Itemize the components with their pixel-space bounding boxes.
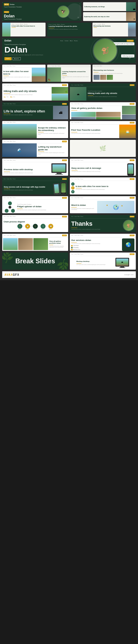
life-short-accent xyxy=(4,114,10,114)
slide-preview-desktop[interactable]: Home · Contact · About · Review Location… xyxy=(2,159,68,176)
slide-thanks[interactable]: Home · Contact · About · Review Location… xyxy=(70,215,136,232)
slide-mockup-desktop[interactable]: Home · Contact · About · Review Location… xyxy=(70,253,136,270)
slide-hiking-1[interactable]: Home · Contact · About · Review Location… xyxy=(2,83,68,101)
slide-dolan-hero[interactable]: Dolan Home Contact About Review Location… xyxy=(2,38,136,63)
find-fav-body: Lorem ipsum dolor sit amet, consectetur … xyxy=(71,133,118,134)
slide-view-gallery[interactable]: Home · Contact · About · Review Location… xyxy=(70,102,136,119)
slide-collecting-mini[interactable]: Collecting moments, not things 🏔 xyxy=(83,2,136,11)
slide-escape[interactable]: Home · Contact · About · Review Escape t… xyxy=(2,121,68,138)
slide-filler-1[interactable]: 🌿 xyxy=(70,140,136,157)
thanks-plane: ✈ xyxy=(131,227,134,230)
word-title: Word in dolan xyxy=(71,204,96,207)
in-love2-btn[interactable]: Location xyxy=(130,178,134,180)
row-1: PPTX Dolan Travel Presentation Template … xyxy=(2,2,136,21)
life-short-btn[interactable]: Location xyxy=(62,103,67,105)
leaving-accent xyxy=(49,28,54,28)
mockup-title: Mockup desktop xyxy=(76,261,106,262)
slide-services[interactable]: Home · Contact · About · Review Location… xyxy=(70,234,136,251)
brand-title-sm: Dolan xyxy=(10,4,15,5)
gallery-grid xyxy=(71,112,121,119)
slide-word-dolan[interactable]: Home · Contact · About · Review Location… xyxy=(70,196,136,213)
easy-access-btn[interactable]: Location xyxy=(130,159,134,161)
gallery-port-btn[interactable]: Location xyxy=(62,235,67,236)
hero-body: Lorem ipsum dolor sit amet, consectetur … xyxy=(4,54,72,56)
slide-wanderlust[interactable]: Home · Contact · About · Review Location… xyxy=(2,140,68,157)
thanks-body: Lorem ipsum dolor sit amet, consectetur … xyxy=(71,229,122,230)
services-accent xyxy=(71,242,77,243)
pptx-badge: PPTX xyxy=(4,3,9,6)
discovering-title: Discovering new horizons xyxy=(94,69,135,71)
hero-image: 🦅 xyxy=(57,6,70,18)
avax-text: AVAX xyxy=(4,273,13,276)
hiking2-body: Lorem ipsum dolor sit amet, consectetur … xyxy=(88,96,134,97)
slide-main-title[interactable]: PPTX Dolan Travel Presentation Template … xyxy=(2,2,81,21)
fidget-body: Lorem ipsum dolor sit amet, consectetur … xyxy=(17,209,67,211)
hiking2-accent xyxy=(88,95,93,96)
services-title: Our services dolan xyxy=(71,239,121,242)
slide-break[interactable]: 🌿 🌿 Break Slides xyxy=(2,253,68,270)
gallery-img-3 xyxy=(33,238,48,250)
slide-in-love[interactable]: Home · Contact · About · Review In love … xyxy=(2,65,46,82)
break-leaf-1: 🌿 xyxy=(2,253,15,265)
slide-exploring-mini[interactable]: Exploring the world, one step at a time … xyxy=(83,12,136,21)
leaving-body2: Lorem ipsum dolor sit amet, consectetur … xyxy=(62,76,89,78)
row-14: 🌿 🌿 Break Slides Home · Contact · About … xyxy=(2,253,136,270)
break-title: Break Slides xyxy=(15,258,55,264)
exploring-label: Exploring the world, one step at a time xyxy=(84,16,125,17)
hero-explore-btn[interactable]: Explore xyxy=(4,57,12,60)
word-body: Lorem ipsum dolor sit amet, consectetur … xyxy=(71,208,96,210)
services-body: Lorem ipsum dolor sit amet, consectetur … xyxy=(71,243,121,244)
row-2: Home · Contact · About · Review In love … xyxy=(2,23,136,36)
main-brand-name: Dolan xyxy=(4,14,44,18)
fidget-btn[interactable]: Location xyxy=(62,197,67,199)
services-btn[interactable]: Location xyxy=(130,235,134,236)
hiking2-btn[interactable]: Location xyxy=(130,84,134,86)
row-13: Home · Contact · About · Review Location… xyxy=(2,234,136,251)
avax-footer: AVAX GFX avaxgfx.com xyxy=(2,271,136,278)
slide-gallery-portfolio[interactable]: Home · Contact · About · Review Location… xyxy=(2,234,68,251)
slide-discovering-mini[interactable]: Home · Contact · About Discovering new h… xyxy=(92,23,136,36)
hiking1-btn[interactable]: Location xyxy=(62,84,67,86)
word-btn[interactable]: Location xyxy=(130,197,134,199)
chain-btn[interactable]: Location xyxy=(62,216,67,217)
break-leaf-2: 🌿 xyxy=(55,257,68,270)
in-love2-title: In love with cities I've never been to xyxy=(76,185,134,188)
row-6: Home · Contact · About · Review Location… xyxy=(2,102,136,119)
slide-hiking-2[interactable]: Home · Contact · About · Review Location… xyxy=(70,83,136,101)
slide-fidget[interactable]: Home · Contact · About · Review Location… xyxy=(2,196,68,213)
gallery-btn[interactable]: Location xyxy=(130,103,134,105)
in-love2-accent xyxy=(76,188,82,188)
mockup-btn[interactable]: Location xyxy=(130,253,134,255)
easy-access-body: Lorem ipsum dolor sit amet, consectetur … xyxy=(71,171,101,172)
preview-accent xyxy=(4,172,10,172)
slide-discovering[interactable]: Home · Contact · About Discovering new h… xyxy=(92,65,136,82)
slide-in-love-2[interactable]: Home · Contact · About · Review Location… xyxy=(70,177,136,194)
slide-chain[interactable]: Home · Contact · About · Review Location… xyxy=(2,215,68,232)
slide-find-fav[interactable]: Home · Contact · About · Review Location… xyxy=(70,121,136,138)
watermark: AVAXGFX.COM xyxy=(78,2,81,20)
wanderlust-btn[interactable]: Location xyxy=(62,141,67,142)
find-fav-btn[interactable]: Location xyxy=(130,122,134,123)
travel-tag: Travel xyxy=(4,11,9,13)
easy-mobile-body: Lorem ipsum dolor sit amet, consectetur … xyxy=(4,190,45,191)
row-12: Home · Contact · About · Review Location… xyxy=(2,215,136,232)
slide-leaving[interactable]: Home · Contact · About · Review 🥾 Leavin… xyxy=(47,65,91,82)
slide-easy-mobile[interactable]: Home · Contact · About · Review Location… xyxy=(2,177,68,194)
gallery-img-2 xyxy=(18,238,33,250)
row-4: Home · Contact · About · Review In love … xyxy=(2,65,136,82)
slide-in-love-mini[interactable]: Home · Contact · About · Review In love … xyxy=(2,23,46,36)
slide-life-short[interactable]: Home · Contact · About · Review Location… xyxy=(2,102,68,119)
slide-easy-access[interactable]: Home · Contact · About · Review Location… xyxy=(70,159,136,176)
fidget-accent xyxy=(17,209,23,209)
thanks-nav-btn[interactable]: Location xyxy=(130,216,134,217)
wanderlust-body: Lorem ipsum dolor sit amet, consectetur … xyxy=(38,152,67,154)
hero-about-btn[interactable]: About Us xyxy=(12,57,21,60)
preview-btn[interactable]: Location xyxy=(62,159,67,161)
easy-mobile-btn[interactable]: Location xyxy=(62,178,67,180)
gallery-side-imgs xyxy=(122,106,136,119)
monitor-mockup xyxy=(51,163,67,175)
fidget-title: Fidget spinner of dolan xyxy=(17,205,67,208)
gallery-img-1 xyxy=(3,238,18,250)
discovering-accent xyxy=(94,27,97,28)
slide-leaving-mini[interactable]: Home · Contact · About · Review Leaving … xyxy=(47,23,91,36)
